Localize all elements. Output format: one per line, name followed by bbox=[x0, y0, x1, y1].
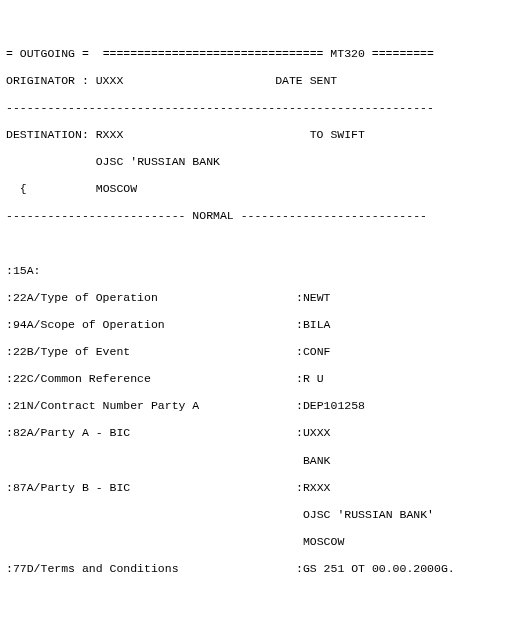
field-87A-value-3: MOSCOW bbox=[296, 535, 344, 549]
field-22C-label: :22C/Common Reference bbox=[6, 372, 296, 386]
field-22C-value: :R U bbox=[296, 372, 324, 386]
field-22A-value: :NEWT bbox=[296, 291, 331, 305]
destination-value: RXXX bbox=[96, 128, 124, 141]
field-82A-value: :UXXX bbox=[296, 426, 331, 440]
field-21N-label: :21N/Contract Number Party A bbox=[6, 399, 296, 413]
field-82A-label: :82A/Party A - BIC bbox=[6, 426, 296, 440]
destination-label: DESTINATION: bbox=[6, 128, 96, 141]
destination-row: DESTINATION: RXXX TO SWIFT bbox=[6, 128, 515, 142]
field-22A-label: :22A/Type of Operation bbox=[6, 291, 296, 305]
brace-row: { MOSCOW bbox=[6, 182, 515, 196]
field-87A-value-2: OJSC 'RUSSIAN BANK' bbox=[296, 508, 434, 522]
destination-name: OJSC 'RUSSIAN BANK bbox=[6, 155, 515, 169]
to-swift-label: TO SWIFT bbox=[310, 128, 365, 141]
originator-value: UXXX bbox=[96, 74, 124, 87]
field-22B-label: :22B/Type of Event bbox=[6, 345, 296, 359]
divider: ----------------------------------------… bbox=[6, 101, 515, 115]
field-87A-label: :87A/Party B - BIC bbox=[6, 481, 296, 495]
field-94A-label: :94A/Scope of Operation bbox=[6, 318, 296, 332]
date-sent-label: DATE SENT bbox=[275, 74, 337, 87]
field-21N-value: :DEP101258 bbox=[296, 399, 365, 413]
field-77D-value: :GS 251 OT 00.00.2000G. bbox=[296, 562, 455, 576]
originator-row: ORIGINATOR : UXXX DATE SENT bbox=[6, 74, 515, 88]
originator-label: ORIGINATOR : bbox=[6, 74, 96, 87]
outgoing-bar: ================================ MT320 =… bbox=[89, 47, 434, 60]
section-15A: :15A: bbox=[6, 264, 515, 278]
header-outgoing: = OUTGOING = ===========================… bbox=[6, 47, 515, 61]
normal-divider: -------------------------- NORMAL ------… bbox=[6, 209, 515, 223]
field-77D-label: :77D/Terms and Conditions bbox=[6, 562, 296, 576]
field-82A-value-2: BANK bbox=[296, 454, 331, 468]
field-22B-value: :CONF bbox=[296, 345, 331, 359]
field-94A-value: :BILA bbox=[296, 318, 331, 332]
outgoing-label: = OUTGOING = bbox=[6, 47, 89, 60]
field-87A-value: :RXXX bbox=[296, 481, 331, 495]
